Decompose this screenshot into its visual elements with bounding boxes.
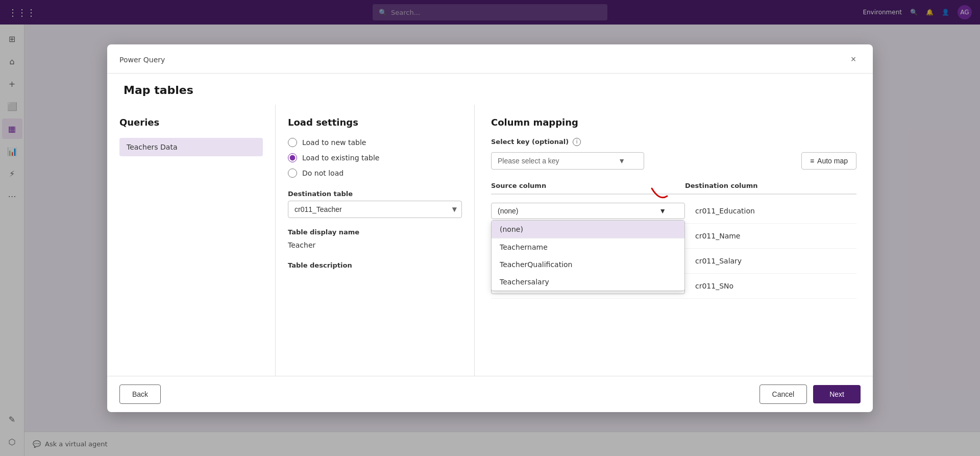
load-settings-title: Load settings — [288, 117, 462, 128]
dest-value-0: cr011_Education — [685, 207, 856, 215]
select-key-group: Select key (optional) i — [491, 138, 856, 146]
page-title: Map tables — [107, 74, 873, 105]
source-col-header: Source column — [491, 182, 685, 189]
column-mapping-panel: Column mapping Select key (optional) i P… — [475, 105, 873, 376]
auto-map-icon: ≡ — [810, 157, 814, 165]
column-headers: Source column Destination column — [491, 182, 856, 195]
modal-header: Power Query × — [107, 44, 873, 74]
auto-map-label: Auto map — [817, 157, 848, 165]
radio-new-label: Load to new table — [302, 138, 366, 147]
modal-close-button[interactable]: × — [846, 53, 861, 67]
radio-do-not-load[interactable]: Do not load — [288, 169, 462, 178]
display-name-value: Teacher — [288, 239, 462, 251]
destination-table-group: Destination table cr011_Teacher ▼ — [288, 190, 462, 218]
queries-panel: Queries Teachers Data — [107, 105, 276, 376]
destination-select-wrapper: cr011_Teacher ▼ — [288, 201, 462, 218]
mapping-row-0: (none) ▼ (none) Teachername TeacherQuali… — [491, 199, 856, 224]
key-dropdown-value: Please select a key — [498, 157, 559, 165]
modal: Power Query × Map tables Queries Teacher… — [107, 44, 873, 412]
modal-panels: Queries Teachers Data Load settings Load… — [107, 105, 873, 376]
modal-content-area: Map tables Queries Teachers Data Load se… — [107, 74, 873, 376]
select-key-info-icon[interactable]: i — [573, 138, 581, 146]
key-controls-row: Please select a key ▼ ≡ Auto map — [491, 152, 856, 170]
source-dropdown-0: (none) ▼ (none) Teachername TeacherQuali… — [491, 203, 685, 219]
source-arrow-0: ▼ — [659, 207, 666, 215]
radio-existing-input[interactable] — [288, 153, 297, 162]
queries-title: Queries — [119, 117, 263, 128]
radio-load-existing[interactable]: Load to existing table — [288, 153, 462, 162]
modal-overlay: Power Query × Map tables Queries Teacher… — [0, 0, 980, 456]
radio-group: Load to new table Load to existing table… — [288, 138, 462, 178]
checkbox-area: Delete rows that no longer exist in the … — [288, 364, 462, 376]
dest-value-1: cr011_Name — [685, 232, 856, 240]
radio-none-label: Do not load — [302, 169, 344, 177]
dropdown-option-teachername[interactable]: Teachername — [492, 238, 684, 256]
key-dropdown-arrow: ▼ — [618, 157, 625, 165]
radio-existing-label: Load to existing table — [302, 154, 379, 162]
middle-panel-content: Load settings Load to new table Load to … — [288, 117, 462, 364]
description-group: Table description — [288, 261, 462, 272]
destination-table-select[interactable]: cr011_Teacher — [288, 201, 462, 218]
key-dropdown-button[interactable]: Please select a key ▼ — [491, 152, 644, 170]
source-dropdown-menu-0: (none) Teachername TeacherQualification … — [491, 220, 685, 291]
select-key-label: Select key (optional) — [491, 138, 569, 146]
key-dropdown: Please select a key ▼ — [491, 152, 644, 170]
auto-map-button[interactable]: ≡ Auto map — [801, 152, 856, 170]
cancel-button[interactable]: Cancel — [760, 385, 807, 404]
description-label: Table description — [288, 261, 462, 269]
dropdown-option-salary[interactable]: Teachersalary — [492, 273, 684, 291]
dest-value-2: cr011_Salary — [685, 257, 856, 265]
footer-right: Cancel Next — [760, 385, 861, 404]
back-button[interactable]: Back — [119, 385, 161, 404]
next-button[interactable]: Next — [813, 385, 861, 403]
query-item-teachers[interactable]: Teachers Data — [119, 138, 263, 156]
source-dropdown-button-0[interactable]: (none) ▼ — [491, 203, 685, 219]
dest-col-header: Destination column — [685, 182, 856, 189]
dropdown-option-none[interactable]: (none) — [492, 221, 684, 238]
source-value-0: (none) — [498, 207, 518, 215]
dest-value-3: cr011_SNo — [685, 282, 856, 290]
radio-load-new[interactable]: Load to new table — [288, 138, 462, 147]
radio-none-input[interactable] — [288, 169, 297, 178]
dropdown-option-qualification[interactable]: TeacherQualification — [492, 256, 684, 273]
modal-title: Power Query — [119, 56, 165, 64]
load-settings-panel: Load settings Load to new table Load to … — [276, 105, 475, 376]
delete-rows-row: Delete rows that no longer exist in the … — [288, 372, 462, 376]
modal-footer: Back Cancel Next — [107, 376, 873, 412]
radio-new-input[interactable] — [288, 138, 297, 147]
column-mapping-title: Column mapping — [491, 117, 856, 128]
display-name-group: Table display name Teacher — [288, 228, 462, 251]
destination-table-label: Destination table — [288, 190, 462, 198]
display-name-label: Table display name — [288, 228, 462, 236]
